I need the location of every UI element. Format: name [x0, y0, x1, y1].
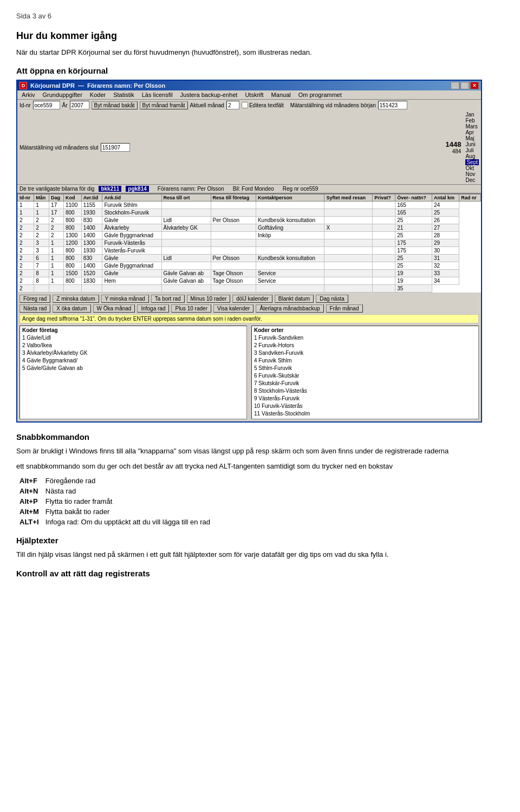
- btn-infoga-rad[interactable]: Infoga rad: [137, 304, 169, 313]
- year-input[interactable]: [70, 101, 89, 109]
- btn-dag-nasta[interactable]: Dag nästa: [316, 295, 348, 303]
- btn-oka-datum[interactable]: X öka datum: [53, 304, 90, 313]
- btn-back[interactable]: Byt månad bakåt: [92, 101, 138, 109]
- titlebar-icon: D: [20, 82, 27, 89]
- list-item[interactable]: 8 Stockholm-Västerås: [254, 387, 476, 395]
- list-item[interactable]: 1 Furuvik-Sandviken: [254, 334, 476, 342]
- btn-oka-manad[interactable]: W Öka månad: [93, 304, 135, 313]
- bottom-area: Föreg rad Z minska datum Y minska månad …: [17, 293, 481, 421]
- btn-aterlager[interactable]: Återlagra månadsbackup: [256, 304, 323, 313]
- btn-foreg-rad[interactable]: Föreg rad: [20, 295, 50, 303]
- table-row[interactable]: 2718001400Gävle Byggmarknad2532: [18, 262, 481, 270]
- table-row[interactable]: 2318001930Västerås-Furuvik17530: [18, 247, 481, 255]
- section1-title: Hur du kommer igång: [16, 30, 504, 42]
- list-routes-title: Koder orter: [254, 327, 476, 333]
- col-header-resatillort: Resa till ort: [161, 194, 211, 202]
- shortcut-key: Alt+F: [16, 476, 42, 486]
- btn-fran-manad[interactable]: Från månad: [326, 304, 363, 313]
- col-header-man: Mån: [34, 194, 49, 202]
- current-month-input[interactable]: [226, 101, 239, 109]
- col-header-avrtid: Avr.tid: [81, 194, 102, 202]
- shortcut-table: Alt+FFöregående radAlt+NNästa radAlt+PFl…: [16, 476, 213, 527]
- list-item[interactable]: 3 Älvkarleby/Älvkarleby GK: [22, 349, 244, 357]
- menu-justera[interactable]: Justera backup-enhet: [177, 91, 241, 99]
- list-item[interactable]: 4 Gävle Byggmarknad/: [22, 357, 244, 365]
- table-summary-row: 235: [18, 285, 481, 293]
- window-title2: —: [78, 82, 84, 89]
- menu-las[interactable]: Läs licensfil: [139, 91, 176, 99]
- list-item[interactable]: 9 Västerås-Furuvik: [254, 395, 476, 402]
- table-row[interactable]: 22213001400Gävle ByggmarknadInköp2528: [18, 232, 481, 239]
- nav-btn-row-bottom: Nästa rad X öka datum W Öka månad Infoga…: [20, 304, 479, 313]
- btn-visa-kalender[interactable]: Visa kalender: [213, 304, 253, 313]
- menu-grunduppgifter[interactable]: Grunduppgifter: [39, 91, 85, 99]
- shortcut-row: Alt+MFlytta bakåt tio rader: [16, 506, 213, 517]
- list-item[interactable]: 11 Västerås-Stockholm: [254, 410, 476, 418]
- car1-badge: bkk211: [99, 186, 121, 192]
- btn-plus-10[interactable]: Plus 10 rader: [171, 304, 211, 313]
- kontroll-section: Kontroll av att rätt dag registrerats: [16, 569, 504, 578]
- shortcut-row: Alt+NNästa rad: [16, 486, 213, 496]
- list-item[interactable]: 10 Furuvik-Västerås: [254, 402, 476, 410]
- table-row[interactable]: 2228001400ÄlvkarlebyÄlvkarleby GKGolftäv…: [18, 224, 481, 232]
- hjalp-section: Hjälptexter Till din hjälp visas längst …: [16, 536, 504, 560]
- id-input[interactable]: [33, 101, 60, 109]
- info-bar: De tre vanligaste bilarna för dig bkk211…: [17, 185, 481, 193]
- snabb-title: Snabbkommandon: [16, 432, 504, 441]
- matar-end-input[interactable]: [101, 143, 130, 152]
- maximize-button[interactable]: □: [460, 82, 469, 89]
- col-header-dag: Dag: [49, 194, 64, 202]
- list-item[interactable]: 7 Skutskär-Furuvik: [254, 380, 476, 387]
- list-item[interactable]: 4 Furuvik Sthlm: [254, 357, 476, 365]
- menu-manual[interactable]: Manual: [268, 91, 294, 99]
- id-label: Id-nr: [20, 102, 31, 108]
- btn-minska-datum[interactable]: Z minska datum: [53, 295, 99, 303]
- car2-badge: pgk814: [126, 186, 148, 192]
- btn-nasta-rad[interactable]: Nästa rad: [20, 304, 50, 313]
- btn-blankt-datum[interactable]: Blankt datum: [275, 295, 314, 303]
- menu-arkiv[interactable]: Arkiv: [18, 91, 38, 99]
- btn-dolj-kalender[interactable]: dölJ kalender: [232, 295, 272, 303]
- table-row[interactable]: 222800830GävleLidlPer OlssonKundbesök ko…: [18, 217, 481, 224]
- nav-btn-row-top: Föreg rad Z minska datum Y minska månad …: [20, 295, 479, 303]
- list-item[interactable]: 5 Gävle/Gävle Galvan ab: [22, 365, 244, 372]
- col-header-kod: Kod: [63, 194, 81, 202]
- table-row[interactable]: 261800830GävleLidlPer OlssonKundbesök ko…: [18, 255, 481, 262]
- btn-ta-bort-rad[interactable]: Ta bort rad: [151, 295, 185, 303]
- list-item[interactable]: 1 Gävle/Lidl: [22, 334, 244, 342]
- table-row[interactable]: 11178001930Stockholm-Furuvik16525: [18, 209, 481, 217]
- table-area: Id-nr Mån Dag Kod Avr.tid Ank.tid Resa t…: [17, 193, 481, 293]
- snabb-intro2: ett snabbkommando som du ger och det bes…: [16, 461, 504, 472]
- list-item[interactable]: 2 Furuvik-Hotors: [254, 342, 476, 349]
- section1-body: När du startar DPR Körjournal ser du för…: [16, 47, 504, 58]
- table-row[interactable]: 28115001520GävleGävle Galvan abTage Olss…: [18, 270, 481, 277]
- section2: Att öppna en körjournal D Körjournal DPR…: [16, 66, 504, 423]
- menu-utskrift[interactable]: Utskrift: [242, 91, 266, 99]
- menu-koder[interactable]: Koder: [87, 91, 109, 99]
- matar-start-input[interactable]: [378, 101, 407, 109]
- edit-text-checkbox[interactable]: [242, 102, 248, 108]
- col-header-km: Antal km: [432, 194, 459, 202]
- btn-minska-manad[interactable]: Y minska månad: [101, 295, 149, 303]
- list-item[interactable]: 5 Sthlm-Furuvik: [254, 365, 476, 372]
- col-header-syfte: Syftet med resan: [324, 194, 373, 202]
- hint-bar: Ange dag med siffrorna "1-31". Om du try…: [20, 314, 479, 323]
- list-item[interactable]: 6 Furuvik-Skutskär: [254, 372, 476, 380]
- list-item[interactable]: 3 Sandviken-Furuvik: [254, 349, 476, 357]
- close-button[interactable]: ✕: [470, 82, 479, 89]
- table-row[interactable]: 23112001300Furuvik-Västerås17529: [18, 239, 481, 247]
- shortcut-desc: Föregående rad: [42, 476, 213, 486]
- menu-om[interactable]: Om programmet: [295, 91, 345, 99]
- list-routes-box: Koder orter 1 Furuvik-Sandviken2 Furuvik…: [251, 326, 479, 419]
- minimize-button[interactable]: _: [451, 82, 459, 89]
- menu-statistik[interactable]: Statistik: [110, 91, 138, 99]
- btn-forward[interactable]: Byt månad framåt: [140, 101, 188, 109]
- shortcut-desc: Infoga rad: Om du upptäckt att du vill l…: [42, 517, 213, 527]
- btn-minus-10[interactable]: Minus 10 rader: [187, 295, 231, 303]
- window-titlebar: D Körjournal DPR — Förarens namn: Per Ol…: [17, 81, 481, 90]
- table-row[interactable]: 111711001155Furuvik Sthlm16524: [18, 202, 481, 209]
- window-foraren: Förarens namn: Per Olsson: [87, 82, 165, 89]
- table-row[interactable]: 2818001830HemGävle Galvan abTage OlssonS…: [18, 277, 481, 285]
- list-item[interactable]: 2 Valbo/Ikea: [22, 342, 244, 349]
- section2-title: Att öppna en körjournal: [16, 66, 504, 75]
